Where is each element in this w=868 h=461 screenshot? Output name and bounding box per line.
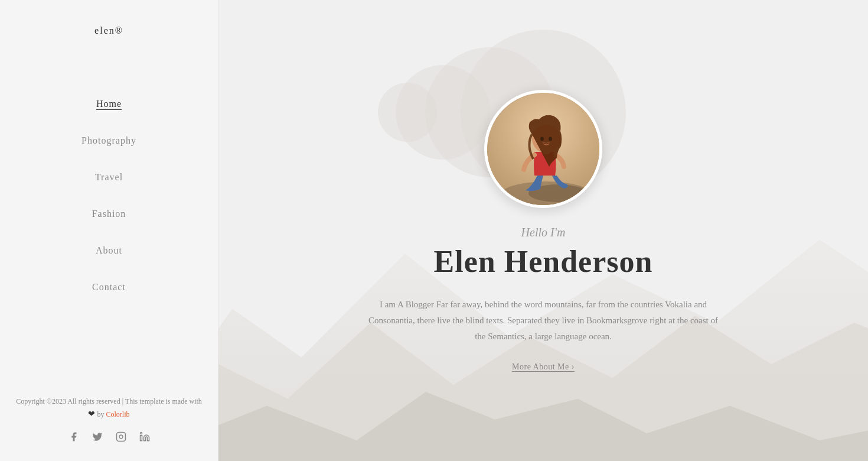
nav-about[interactable]: About	[0, 232, 218, 269]
svg-rect-0	[116, 433, 125, 441]
svg-point-14	[540, 137, 544, 141]
by-text: by	[97, 410, 104, 418]
avatar	[484, 90, 602, 208]
logo-suffix: ®	[115, 25, 123, 35]
blogger-name: Elen Henderson	[434, 244, 653, 279]
colorlib-link[interactable]: Colorlib	[106, 410, 129, 418]
nav-photography[interactable]: Photography	[0, 122, 218, 159]
sidebar-footer: Copyright ©2023 All rights reserved | Th…	[0, 395, 218, 443]
nav-contact[interactable]: Contact	[0, 269, 218, 306]
profile-card: Hello I'm Elen Henderson I am A Blogger …	[354, 66, 732, 395]
nav-travel[interactable]: Travel	[0, 159, 218, 196]
copyright-text: Copyright ©2023 All rights reserved | Th…	[0, 395, 218, 421]
logo-text: elen	[94, 25, 115, 35]
social-icons-group	[0, 430, 218, 443]
nav-fashion[interactable]: Fashion	[0, 196, 218, 232]
site-logo: elen®	[94, 18, 123, 50]
greeting-text: Hello I'm	[521, 226, 566, 239]
linkedin-icon[interactable]	[138, 430, 151, 443]
instagram-icon[interactable]	[115, 430, 128, 443]
svg-point-15	[549, 137, 552, 141]
heart-icon: ❤	[88, 410, 95, 418]
bio-text: I am A Blogger Far far away, behind the …	[366, 297, 720, 345]
more-about-link[interactable]: More About Me ›	[512, 362, 575, 372]
svg-rect-2	[140, 436, 142, 441]
nav-home[interactable]: Home	[0, 86, 218, 122]
sidebar: elen® Home Photography Travel Fashion Ab…	[0, 0, 218, 461]
copyright-label: Copyright ©2023 All rights reserved | Th…	[16, 397, 202, 405]
main-navigation: Home Photography Travel Fashion About Co…	[0, 86, 218, 306]
avatar-illustration	[487, 93, 602, 208]
svg-point-3	[140, 433, 142, 434]
main-content: Hello I'm Elen Henderson I am A Blogger …	[218, 0, 868, 461]
twitter-icon[interactable]	[91, 430, 104, 443]
facebook-icon[interactable]	[67, 430, 80, 443]
